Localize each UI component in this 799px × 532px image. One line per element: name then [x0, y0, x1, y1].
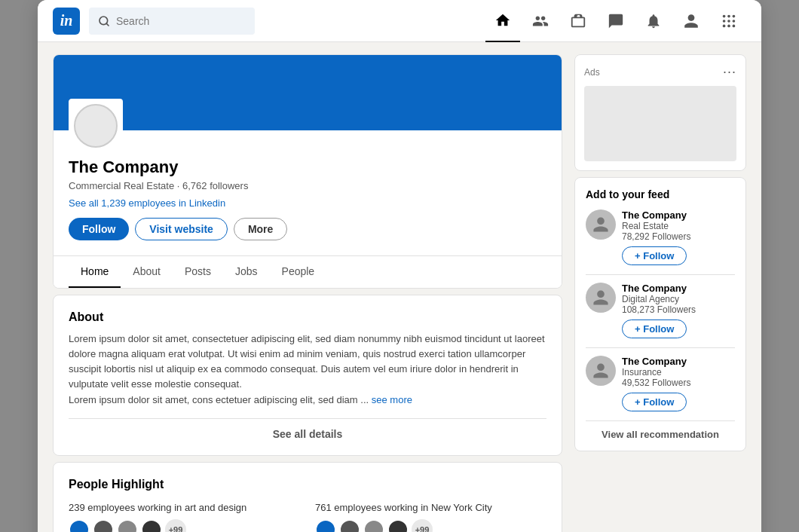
svg-point-3 — [727, 14, 730, 17]
feed-followers-2: 49,532 Followers — [622, 378, 735, 388]
feed-info-0: The Company Real Estate 78,292 Followers… — [622, 209, 735, 265]
feed-item-1: The Company Digital Agency 108,273 Follo… — [586, 283, 735, 338]
people-group-label-1: 761 employees working in New York City — [315, 502, 546, 513]
feed-item-2: The Company Insurance 49,532 Followers +… — [586, 356, 735, 411]
home-icon — [494, 12, 511, 29]
avatars-row-0: +99 — [69, 519, 300, 532]
feed-company-type-0: Real Estate — [622, 221, 735, 231]
feed-avatar-1 — [586, 283, 616, 313]
grid-icon — [721, 13, 737, 29]
nav-network[interactable] — [523, 0, 558, 42]
avatar-count-1: +99 — [412, 519, 433, 532]
ads-more-button[interactable]: ··· — [723, 64, 736, 80]
avatar-1 — [93, 519, 114, 532]
people-highlight-title: People Highlight — [69, 478, 546, 491]
view-all-link[interactable]: View all recommendation — [586, 429, 735, 440]
nav-home[interactable] — [485, 0, 520, 42]
nav-work[interactable] — [712, 0, 746, 42]
avatar-4 — [315, 519, 336, 532]
feed-company-name-2: The Company — [622, 356, 735, 367]
avatar-6 — [363, 519, 384, 532]
nav-jobs[interactable] — [561, 0, 595, 42]
svg-point-10 — [733, 24, 736, 27]
avatar-count-0: +99 — [165, 519, 186, 532]
profile-card: The Company Commercial Real Estate · 6,7… — [53, 54, 562, 289]
company-banner — [54, 55, 562, 130]
company-name: The Company — [69, 157, 546, 177]
feed-info-2: The Company Insurance 49,532 Followers +… — [622, 356, 735, 411]
feed-item-0: The Company Real Estate 78,292 Followers… — [586, 209, 735, 265]
linkedin-logo[interactable]: in — [53, 8, 80, 35]
avatar-3 — [141, 519, 162, 532]
search-input[interactable] — [116, 15, 246, 27]
navbar: in — [38, 0, 761, 42]
ads-placeholder — [584, 86, 736, 161]
see-all-details-link[interactable]: See all details — [69, 418, 546, 440]
nav-messaging[interactable] — [598, 0, 633, 42]
feed-follow-button-0[interactable]: + Follow — [622, 246, 687, 265]
divider-0 — [586, 274, 735, 275]
feed-company-name-1: The Company — [622, 283, 735, 294]
svg-point-7 — [733, 20, 736, 23]
ads-header: Ads ··· — [584, 64, 736, 80]
search-icon — [98, 15, 110, 27]
divider-1 — [586, 347, 735, 348]
feed-person-icon-1 — [592, 289, 610, 307]
avatar-2 — [117, 519, 138, 532]
search-bar[interactable] — [89, 8, 255, 35]
feed-card: Add to your feed The Company Real Estate… — [574, 177, 746, 451]
tab-people[interactable]: People — [270, 256, 327, 288]
tab-home[interactable]: Home — [69, 256, 121, 288]
svg-point-4 — [733, 14, 736, 17]
avatar-5 — [339, 519, 360, 532]
company-subtitle: Commercial Real Estate · 6,762 followers — [69, 180, 546, 191]
about-title: About — [69, 310, 546, 324]
feed-info-1: The Company Digital Agency 108,273 Follo… — [622, 283, 735, 338]
ads-card: Ads ··· — [574, 54, 746, 171]
feed-avatar-2 — [586, 356, 616, 386]
divider-2 — [586, 420, 735, 421]
briefcase-icon — [570, 13, 586, 29]
feed-company-type-2: Insurance — [622, 367, 735, 378]
feed-person-icon-2 — [592, 362, 610, 380]
people-icon — [532, 13, 549, 29]
bell-icon — [645, 13, 662, 29]
follow-button[interactable]: Follow — [69, 218, 129, 240]
tab-jobs[interactable]: Jobs — [223, 256, 270, 288]
feed-follow-button-1[interactable]: + Follow — [622, 320, 687, 338]
profile-tabs: Home About Posts Jobs People — [54, 255, 562, 288]
company-logo — [74, 104, 118, 148]
avatar-0 — [69, 519, 90, 532]
feed-followers-0: 78,292 Followers — [622, 231, 735, 242]
about-section: About Lorem ipsum dolor sit amet, consec… — [53, 295, 562, 456]
feed-person-icon-0 — [592, 216, 610, 234]
nav-icons — [485, 0, 746, 42]
people-groups: 239 employees working in art and design … — [69, 502, 546, 532]
right-column: Ads ··· Add to your feed The Company Rea… — [574, 54, 746, 451]
nav-profile[interactable] — [674, 0, 709, 42]
tab-posts[interactable]: Posts — [173, 256, 223, 288]
people-group-label-0: 239 employees working in art and design — [69, 502, 300, 513]
see-more-link[interactable]: see more — [372, 394, 412, 405]
feed-title: Add to your feed — [586, 188, 735, 200]
svg-point-6 — [727, 20, 730, 23]
feed-followers-1: 108,273 Followers — [622, 304, 735, 315]
visit-website-button[interactable]: Visit website — [135, 218, 228, 240]
tab-about[interactable]: About — [121, 256, 173, 288]
people-group-1: 761 employees working in New York City +… — [315, 502, 546, 532]
svg-point-8 — [723, 24, 726, 27]
svg-point-2 — [723, 14, 726, 17]
employees-link[interactable]: See all 1,239 employees in Linkedin — [69, 197, 546, 209]
ads-label: Ads — [584, 67, 600, 78]
more-button[interactable]: More — [234, 218, 287, 240]
main-content: The Company Commercial Real Estate · 6,7… — [38, 42, 761, 532]
company-logo-wrapper — [69, 99, 123, 153]
feed-company-type-1: Digital Agency — [622, 294, 735, 304]
avatars-row-1: +99 — [315, 519, 546, 532]
feed-avatar-0 — [586, 209, 616, 240]
profile-info: The Company Commercial Real Estate · 6,7… — [54, 130, 562, 255]
avatar-7 — [387, 519, 409, 532]
feed-follow-button-2[interactable]: + Follow — [622, 393, 687, 411]
nav-notifications[interactable] — [636, 0, 671, 42]
feed-company-name-0: The Company — [622, 209, 735, 221]
